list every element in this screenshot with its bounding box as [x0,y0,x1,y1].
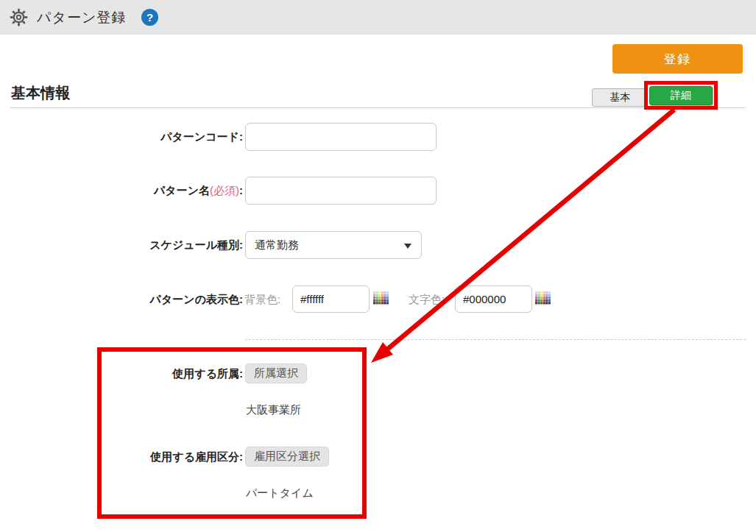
pattern-code-label: パターンコード: [0,123,243,151]
help-icon[interactable]: ? [141,9,158,26]
section-divider [10,107,746,108]
pattern-registration-page: パターン登録 ? 登録 基本情報 基本 詳細 パターンコード: パターン名(必須… [0,0,756,532]
schedule-type-selected: 通常勤務 [255,238,299,251]
employment-types-label: 使用する雇用区分: [0,447,243,467]
pattern-code-input[interactable] [245,123,437,151]
bg-color-label: 背景色: [244,285,280,313]
gear-icon[interactable] [10,8,28,26]
bg-color-palette-icon[interactable] [373,291,389,307]
page-title: パターン登録 [37,8,126,27]
text-color-input[interactable] [455,285,532,313]
pattern-name-label: パターン名(必須): [0,177,243,205]
text-color-label: 文字色: [409,285,445,313]
required-note: (必須) [210,184,239,196]
schedule-type-select[interactable]: 通常勤務 [245,231,422,259]
pattern-name-input[interactable] [245,177,437,205]
display-color-label: パターンの表示色: [0,285,243,313]
select-employment-type-button[interactable]: 雇用区分選択 [245,447,329,467]
departments-label: 使用する所属: [0,363,243,383]
selected-department: 大阪事業所 [246,403,301,417]
detail-section-divider [245,339,746,340]
chevron-down-icon [404,244,411,249]
top-header-bar: パターン登録 ? [0,0,756,35]
help-glyph: ? [146,11,153,24]
annotation-box-detail-toggle: 詳細 [644,81,718,110]
schedule-type-label: スケジュール種別: [0,231,243,259]
bg-color-input[interactable] [292,285,370,313]
section-title: 基本情報 [11,83,70,103]
toggle-detail-button[interactable]: 詳細 [649,86,713,105]
register-button[interactable]: 登録 [612,44,743,74]
select-department-button[interactable]: 所属選択 [245,363,307,383]
toggle-basic-button[interactable]: 基本 [592,88,649,107]
selected-employment-type: パートタイム [246,486,314,500]
text-color-palette-icon[interactable] [535,291,551,307]
